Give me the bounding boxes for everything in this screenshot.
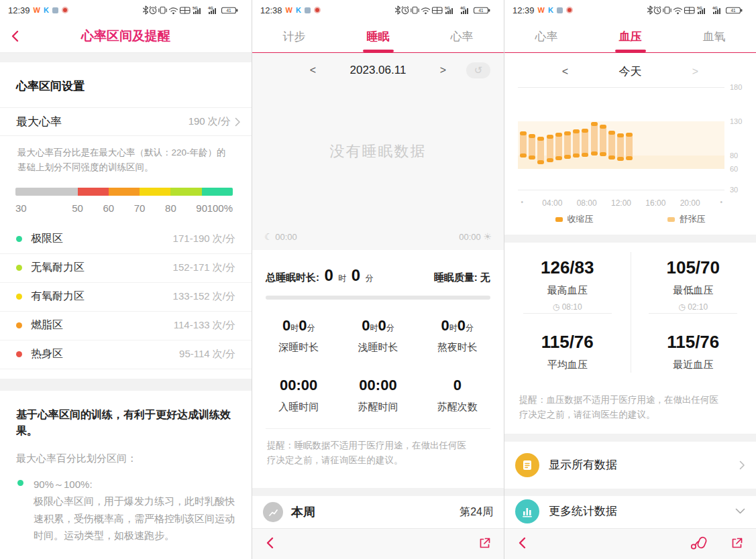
bp-bar[interactable]: [591, 122, 598, 156]
bullet-percent: 90%～100%:: [34, 476, 235, 493]
section-divider: [0, 53, 252, 62]
metric-light-sleep: 0时0分 浅睡时长: [338, 317, 417, 354]
bp-bar[interactable]: [617, 133, 624, 161]
chevron-down-icon: [735, 508, 745, 514]
sleep-metrics-grid: 0时0分 深睡时长 0时0分 浅睡时长 0时0分 熬夜时长: [252, 300, 504, 354]
value-hours: 0: [362, 317, 370, 334]
bp-bar[interactable]: [564, 131, 571, 159]
scale-tick-label: 100%: [207, 202, 233, 214]
more-stats-row[interactable]: 更多统计数据: [504, 496, 756, 527]
y-axis-label: 130: [730, 117, 742, 125]
status-time: 12:38: [260, 5, 282, 15]
legend-label: 收缩压: [568, 213, 594, 225]
stat-latest-bp: 115/76 最近血压: [631, 321, 756, 381]
clock-icon: ◷: [678, 302, 685, 312]
chevron-right-icon: [235, 117, 241, 127]
bp-bar[interactable]: [537, 137, 544, 165]
bp-bar[interactable]: [555, 133, 562, 160]
hours-unit: 时: [338, 273, 346, 283]
value-minutes: 0: [457, 317, 466, 334]
bar-chart-icon: [515, 499, 539, 523]
tab-bar: 心率 血压 血氧: [504, 20, 756, 53]
screen-blood-pressure: 12:39 W K 41 心率 血压 血氧 < 今天 > 18013080603…: [504, 0, 756, 559]
notification-dot-icon: [566, 7, 573, 13]
diastolic-cap: [520, 153, 527, 158]
tab-heart-rate[interactable]: 心率: [420, 20, 504, 52]
page-title: 心率区间及提醒: [81, 27, 170, 45]
scale-segment: [15, 188, 78, 196]
bp-bar[interactable]: [573, 129, 580, 158]
bp-bar[interactable]: [600, 125, 606, 156]
status-icons-cluster: 41: [646, 5, 748, 15]
x-axis-label: 04:00: [542, 198, 562, 208]
tab-blood-pressure[interactable]: 血压: [588, 20, 672, 52]
tab-steps[interactable]: 计步: [252, 20, 336, 52]
zone-row: 有氧耐力区 133-152 次/分: [0, 283, 252, 312]
prev-day-button[interactable]: <: [308, 64, 319, 76]
prev-day-button[interactable]: <: [560, 66, 571, 78]
bp-bar[interactable]: [529, 134, 535, 160]
diastolic-cap: [529, 156, 535, 160]
systolic-cap: [529, 134, 535, 138]
reset-to-today-button[interactable]: ↺: [466, 62, 490, 78]
sleep-quality-label: 睡眠质量:: [434, 271, 478, 283]
sleep-window-times: ☾ 00:00 00:00 ☀: [264, 231, 492, 242]
clock-icon: ◷: [553, 302, 559, 312]
bp-bar[interactable]: [626, 133, 633, 160]
notification-app-icon: W: [286, 7, 292, 14]
x-axis-label: 08:00: [577, 198, 597, 208]
value-hours: 0: [441, 317, 449, 334]
bedtime-value: 00:00: [275, 232, 297, 242]
section-title: 心率区间设置: [0, 62, 252, 108]
stat-label: 最低血压: [631, 284, 756, 297]
status-icons-cluster: 41: [142, 5, 244, 15]
bullet-dot: [17, 480, 23, 486]
y-axis-label: 80: [730, 151, 738, 160]
show-all-data-row[interactable]: 显示所有数据: [504, 442, 756, 489]
week-summary-row[interactable]: 本周 第24周: [252, 496, 504, 528]
back-chevron-icon: [9, 29, 21, 43]
diastolic-cap: [555, 156, 562, 160]
unit: 分: [466, 323, 474, 332]
max-hr-help-text: 最大心率百分比是在最大心率（默认：220-年龄）的基础上划分不同强度的训练区间。: [0, 136, 252, 176]
zone-bullet: 90%～100%: 极限心率区间，用于爆发力练习，此时乳酸快速积累，受伤概率高，…: [0, 465, 252, 544]
metric-late-night: 0时0分 熬夜时长: [418, 317, 497, 354]
max-heart-rate-row[interactable]: 最大心率 190 次/分: [0, 108, 252, 136]
minutes-unit: 分: [366, 273, 374, 283]
tab-sleep[interactable]: 睡眠: [336, 20, 420, 52]
next-day-button[interactable]: >: [690, 66, 701, 78]
bp-bar[interactable]: [547, 135, 553, 162]
status-time: 12:39: [8, 5, 30, 15]
diastolic-cap: [537, 160, 544, 164]
metric-value: 0: [418, 377, 497, 394]
metric-wake-count: 0 苏醒次数: [418, 377, 497, 414]
stat-average-bp: 115/76 平均血压: [504, 321, 631, 381]
nav-back-button[interactable]: [517, 536, 527, 552]
scale-tick-label: 50: [72, 202, 83, 214]
back-button[interactable]: [9, 28, 25, 44]
metric-fall-asleep-time: 00:00 入睡时间: [259, 377, 338, 414]
date-navigation: < 2023.06.11 > ↺: [252, 53, 504, 77]
nav-share-button[interactable]: [478, 536, 492, 552]
metric-value: 00:00: [259, 377, 338, 394]
tab-heart-rate[interactable]: 心率: [504, 20, 588, 52]
sleep-times-grid: 00:00 入睡时间 00:00 苏醒时间 0 苏醒次数: [252, 354, 504, 414]
nav-bp-device-button[interactable]: [690, 536, 708, 553]
section-divider: [252, 488, 504, 496]
bp-bar[interactable]: [608, 131, 615, 160]
share-icon: [731, 536, 744, 550]
next-day-button[interactable]: >: [438, 64, 449, 76]
tab-blood-oxygen[interactable]: 血氧: [672, 20, 756, 52]
scale-segment: [109, 188, 140, 196]
bullet-desc: 极限心率区间，用于爆发力练习，此时乳酸快速积累，受伤概率高，需严格控制该区间运动…: [34, 493, 236, 544]
x-axis-edge-dot: •: [521, 198, 523, 206]
bp-bar[interactable]: [582, 129, 588, 157]
bp-bar[interactable]: [520, 131, 527, 158]
stat-highest-bp: 126/83 最高血压 ◷ 08:10: [504, 247, 631, 321]
page-header: 心率区间及提醒: [0, 20, 252, 53]
notification-dot-icon: [557, 7, 563, 13]
nav-back-button[interactable]: [264, 536, 275, 552]
triple-screenshot-stage: 12:39 W K 41 心率区间及提醒 心率区间设置 最大心率 190 次/分: [0, 0, 756, 559]
nav-share-button[interactable]: [731, 536, 744, 552]
x-axis-label: 12:00: [611, 198, 631, 208]
